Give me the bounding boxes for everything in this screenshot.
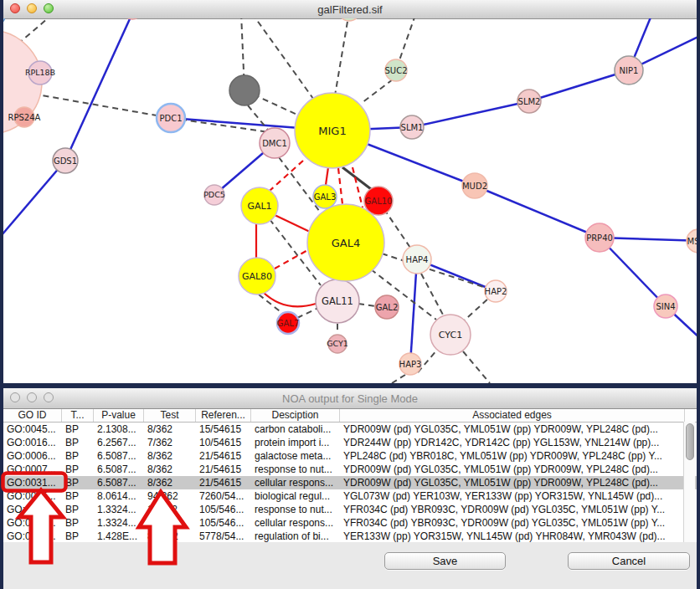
noa-window-titlebar[interactable]: NOA output for Single Mode [3,388,697,409]
edge-blue[interactable] [475,186,600,238]
cell-test: 7/362 [144,436,196,449]
cell-test: 8/362 [144,449,196,463]
table-row[interactable]: GO:0016...BP6.2567...7/36210/54615protei… [3,436,697,449]
edge-dash[interactable] [335,18,349,95]
edge-dash[interactable] [382,254,486,288]
edge-blue[interactable] [410,259,417,364]
edge-dash[interactable] [252,18,316,102]
cell-type: BP [62,489,94,503]
node-label-PDC1: PDC1 [159,114,182,123]
node-label-GAL2: GAL2 [376,303,399,312]
node-label-MIG1: MIG1 [318,125,346,137]
cell-associated_edges: YDR009W (pd) YGL035C, YML051W (pp) YDR00… [340,476,685,489]
close-button[interactable] [10,3,20,13]
column-header-2[interactable]: P-value [94,409,144,422]
column-header-1[interactable]: T... [62,409,94,422]
node-gray-node[interactable] [229,75,260,105]
cell-go_id: GO:0031... [3,476,62,489]
cell-go_id: GO:0031... [3,503,62,516]
table-row[interactable]: GO:0031...BP6.5087...8/36221/54615cellul… [3,476,697,489]
cell-reference: 7260/54... [196,489,251,503]
cell-p_value: 1.3324... [94,516,144,530]
minimize-button[interactable] [27,392,37,402]
table-body: GO:0045...BP2.1308...8/36215/54615carbon… [3,423,697,543]
column-header-4[interactable]: Referen... [196,409,251,422]
node-label-SLM2: SLM2 [518,97,541,106]
save-button[interactable]: Save [384,552,506,570]
node-top-pink[interactable] [121,18,143,19]
scrollbar-thumb[interactable] [686,423,694,460]
node-left-tiny[interactable] [3,18,5,23]
edge-dash[interactable] [362,79,393,103]
table-row[interactable]: GO:0045...BP2.1308...8/36215/54615carbon… [3,423,697,436]
edge-dash[interactable] [358,304,375,306]
cell-associated_edges: YDR244W (pp) YDR142C, YDR142C (pp) YGL15… [340,436,685,449]
column-header-0[interactable]: GO ID [3,409,62,422]
table-row[interactable]: GO:0007...BP6.5087...8/36221/54615respon… [3,463,697,476]
edge-blue[interactable] [529,70,629,101]
edge-reddash[interactable] [270,161,303,191]
edge-blue[interactable] [3,161,65,241]
cell-type: BP [62,516,94,530]
cell-p_value: 6.5087... [94,476,144,489]
network-graph[interactable]: RPL18BRPS24AGDS1PDC1PDC5DMC1SUC2SLM1SLM2… [3,18,697,383]
cell-reference: 21/54615 [196,463,251,476]
column-header-3[interactable]: Test [144,409,196,422]
cell-reference: 21/54615 [196,476,251,489]
cell-associated_edges: YDR009W (pd) YGL035C, YML051W (pp) YDR00… [340,423,685,436]
edge-blue[interactable] [65,18,132,161]
edge-dash[interactable] [463,351,490,383]
network-window-titlebar[interactable]: galFiltered.sif [3,0,697,19]
table-row[interactable]: GO:0031...BP1.3324...11/362105/546...res… [3,503,697,516]
cell-test: 80/362 [144,530,196,543]
edge-dash[interactable] [421,274,444,316]
minimize-button[interactable] [27,3,37,13]
edge-dash[interactable] [392,375,405,383]
cell-type: BP [62,436,94,449]
network-window-title: galFiltered.sif [317,3,382,16]
edge-dash[interactable] [399,18,415,60]
cancel-button[interactable]: Cancel [568,552,690,570]
zoom-button[interactable] [44,3,54,13]
node-label-GAL10: GAL10 [365,197,393,206]
edge-red[interactable] [275,215,310,232]
table-row[interactable]: GO:0006...BP6.5087...8/36221/54615galact… [3,449,697,463]
cell-type: BP [62,503,94,516]
table-header[interactable]: GO IDT...P-valueTestReferen...Desciption… [3,409,697,423]
cell-associated_edges: YDR009W (pd) YGL035C, YML051W (pp) YDR00… [340,463,685,476]
cell-description: galactose meta... [251,449,340,463]
edge-red[interactable] [326,167,328,185]
cell-description: regulation of bi... [251,530,340,543]
noa-results-table: GO IDT...P-valueTestReferen...Desciption… [3,409,697,543]
node-top-green[interactable] [338,18,360,21]
zoom-button[interactable] [44,392,54,402]
cell-test: 94/362 [144,489,196,503]
cell-test: 8/362 [144,463,196,476]
node-label-GAL80: GAL80 [242,271,272,282]
cell-type: BP [62,530,94,543]
node-label-GAL7: GAL7 [277,319,300,328]
cell-associated_edges: YFR034C (pd) YBR093C, YDR009W (pd) YGL03… [340,516,685,530]
cell-associated_edges: YGL073W (pd) YER103W, YER133W (pp) YOR31… [340,489,685,503]
node-label-RPL18B: RPL18B [25,68,55,77]
cell-description: protein import i... [251,436,340,449]
cell-type: BP [62,423,94,436]
edge-blue[interactable] [412,101,529,127]
node-label-MUD2: MUD2 [462,182,487,191]
table-row[interactable]: GO:0065...BP8.0614...94/3627260/54...bio… [3,489,697,503]
cell-p_value: 1.428E... [94,530,144,543]
cell-type: BP [62,449,94,463]
edge-dash[interactable] [297,308,318,318]
edge-reddash[interactable] [338,168,342,204]
vertical-scrollbar[interactable] [683,422,695,542]
column-header-5[interactable]: Desciption [251,409,340,422]
edge-dash[interactable] [279,157,322,215]
column-header-6[interactable]: Associated edges [340,409,685,422]
cell-p_value: 8.0614... [94,489,144,503]
edge-reddash[interactable] [353,167,363,207]
cell-associated_edges: YFR034C (pd) YBR093C, YDR009W (pd) YGL03… [340,503,685,516]
edge-reddash[interactable] [275,248,311,269]
table-row[interactable]: GO:0050...BP1.428E...80/3625778/54...reg… [3,530,697,543]
table-row[interactable]: GO:0031...BP1.3324...11/362105/546...cel… [3,516,697,530]
close-button[interactable] [10,392,20,402]
